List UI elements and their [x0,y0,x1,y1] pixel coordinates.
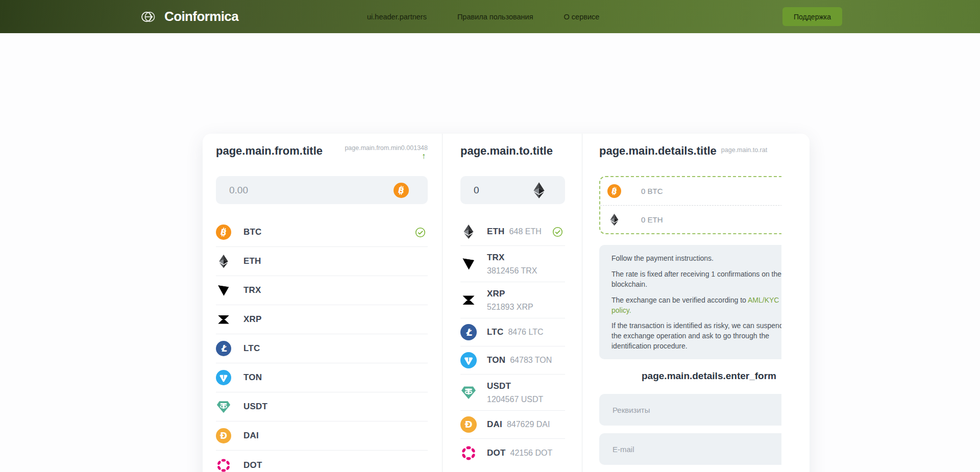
selected-check-icon [552,227,563,237]
from-currency-row-trx[interactable]: TRX [216,276,428,305]
currency-code: USDT [487,381,543,391]
trx-icon [460,256,477,272]
currency-reserve: 42156 DOT [510,449,552,458]
currency-reserve: 521893 XRP [487,303,533,312]
currency-code: DOT [243,460,262,470]
from-panel: page.main.from.title page.main.from.min0… [203,134,443,472]
currency-code: XRP [243,314,262,325]
dai-icon: Đ [216,428,231,443]
svg-text:Đ: Đ [464,419,472,430]
brand-logo[interactable]: Coinformica [141,0,238,33]
currency-code: LTC [243,343,260,354]
selected-check-icon [415,227,426,238]
nav-link-0[interactable]: ui.header.partners [367,13,427,21]
usdt-icon [460,384,477,401]
to-currency-row-dot[interactable]: DOT 42156 DOT [460,439,565,467]
to-currency-row-eth[interactable]: ETH 648 ETH [460,218,565,246]
dot-icon [460,445,477,461]
svg-text:Đ: Đ [220,431,227,441]
form-input-0[interactable] [611,405,781,415]
currency-reserve: 847629 DAI [507,420,550,429]
to-panel: page.main.to.title ETH 648 ETH TRX 38124… [443,134,582,472]
aml-policy-link[interactable]: AML/KYC policy. [611,296,779,314]
to-amount-input[interactable] [473,184,530,196]
currency-code: LTC [487,327,503,337]
currency-code: ETH [487,227,505,237]
from-panel-title: page.main.from.title [216,144,323,158]
to-currency-row-ton[interactable]: TON 64783 TON [460,346,565,375]
from-currency-row-ltc[interactable]: Ł LTC [216,334,428,363]
enter-form-title: page.main.details.enter_form [599,370,781,382]
to-currency-list: ETH 648 ETH TRX 3812456 TRX XRP 521893 X… [460,218,565,467]
from-currency-row-eth[interactable]: ETH [216,247,428,276]
to-currency-row-xrp[interactable]: XRP 521893 XRP [460,282,565,318]
svg-text:Ł: Ł [465,327,472,338]
nav-link-2[interactable]: О сервисе [564,13,600,21]
trx-icon [216,283,231,298]
svg-text:Ł: Ł [221,343,227,354]
currency-reserve: 3812456 TRX [487,266,537,276]
nav-link-1[interactable]: Правила пользования [457,13,533,21]
summary-row-btc: B 0 BTC [600,177,781,205]
to-panel-title: page.main.to.title [460,144,553,158]
exchange-arrows-icon [141,10,159,23]
form-field-1 [599,433,781,465]
currency-code: XRP [487,289,533,299]
currency-reserve: 8476 LTC [508,328,543,337]
to-currency-row-usdt[interactable]: USDT 1204567 USDT [460,375,565,411]
rate-note: page.main.to.rat [721,146,767,154]
payment-instructions: Follow the payment instructions.The rate… [599,245,781,359]
instruction-paragraph: The exchange can be verified according t… [611,295,781,316]
from-currency-row-btc[interactable]: B BTC [216,218,428,247]
form-input-1[interactable] [611,444,781,454]
currency-code: TRX [243,285,261,295]
currency-code: TON [487,355,505,365]
main-nav: ui.header.partnersПравила пользованияО с… [367,0,599,33]
to-currency-row-dai[interactable]: Đ DAI 847629 DAI [460,411,565,439]
eth-icon [216,254,231,269]
eth-icon [460,223,477,240]
ton-icon [216,370,231,385]
from-currency-row-xrp[interactable]: XRP [216,305,428,334]
details-panel-title: page.main.details.title [599,144,717,158]
from-currency-row-dai[interactable]: Đ DAI [216,421,428,451]
xrp-icon [216,312,231,327]
eth-icon [530,181,558,200]
from-currency-row-usdt[interactable]: USDT [216,392,428,421]
from-amount-box: B [216,176,428,204]
ltc-icon: Ł [216,341,231,356]
from-currency-row-ton[interactable]: TON [216,363,428,392]
eth-icon [607,213,621,227]
usdt-icon [216,399,231,414]
summary-row-eth: 0 ETH [600,205,781,233]
brand-name: Coinformica [164,9,238,24]
from-currency-row-dot[interactable]: DOT [216,451,428,472]
eth-icon [530,181,548,200]
currency-code: DOT [487,448,505,458]
currency-code: DAI [487,419,502,430]
form-field-0 [599,394,781,426]
currency-code: TON [243,372,262,383]
currency-code: USDT [243,402,267,412]
exchange-summary-box: B 0 BTC 0 ETH [599,176,781,234]
ton-icon [460,352,477,368]
xrp-icon [460,292,477,308]
currency-code: TRX [487,253,537,263]
currency-code: DAI [243,431,259,441]
from-amount-input[interactable] [228,184,394,196]
currency-code: BTC [243,227,262,237]
summary-amount: 0 ETH [641,215,663,224]
from-currency-list: B BTC ETH TRX XRP Ł LTC TON USDT Đ DAI [216,218,428,472]
direction-up-arrow-icon: ↑ [422,152,426,160]
support-button[interactable]: Поддержка [782,7,842,26]
summary-amount: 0 BTC [641,187,663,195]
instruction-paragraph: The rate is fixed after receiving 1 conf… [611,269,781,290]
details-form [599,394,781,472]
exchange-widget: page.main.from.title page.main.from.min0… [203,134,810,472]
to-currency-row-trx[interactable]: TRX 3812456 TRX [460,246,565,282]
btc-icon: B [607,184,621,198]
details-panel: page.main.details.title page.main.to.rat… [582,134,810,472]
ltc-icon: Ł [460,324,477,340]
to-currency-row-ltc[interactable]: Ł LTC 8476 LTC [460,318,565,346]
min-amount-note: page.main.from.min0.001348 [345,144,428,152]
